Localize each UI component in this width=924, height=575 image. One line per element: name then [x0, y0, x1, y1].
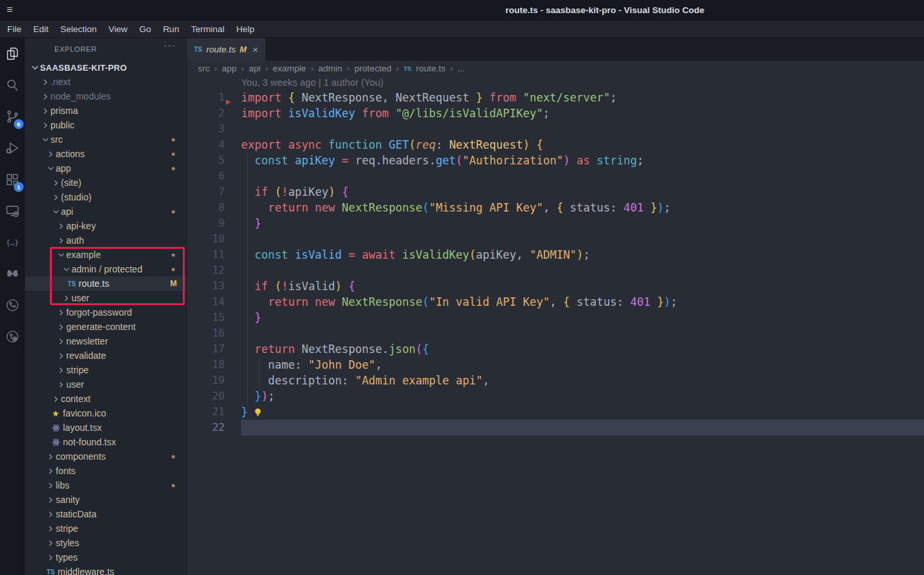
tree-item-api[interactable]: api [25, 204, 186, 219]
tree-item-site[interactable]: (site) [25, 176, 186, 190]
tree-item-actions[interactable]: actions [25, 147, 186, 161]
breadcrumb-protected[interactable]: protected [355, 64, 391, 73]
code-line-5[interactable]: const apiKey = req.headers.get("Authoriz… [241, 153, 924, 168]
tree-item-auth[interactable]: auth [25, 233, 186, 248]
line-number-15[interactable]: 15 [187, 310, 225, 325]
breadcrumb-admin[interactable]: admin [318, 64, 343, 73]
code-line-20[interactable]: }); [241, 388, 924, 404]
tree-item-generate-content[interactable]: generate-content [25, 320, 186, 334]
line-number-19[interactable]: 19 [187, 373, 225, 388]
menu-item-file[interactable]: File [1, 21, 28, 38]
code-line-22[interactable] [241, 420, 924, 436]
line-number-6[interactable]: 6 [187, 168, 225, 184]
run-debug-button[interactable] [0, 132, 25, 164]
line-number-1[interactable]: 1 [187, 90, 225, 105]
line-number-9[interactable]: 9 [187, 215, 225, 231]
code-line-9[interactable]: } [241, 215, 924, 231]
tree-item-admin-protected[interactable]: admin / protected [25, 262, 186, 276]
code-line-3[interactable] [241, 121, 924, 137]
tree-item-context[interactable]: context [25, 392, 186, 406]
tree-item-not-found-tsx[interactable]: not-found.tsx [25, 435, 186, 449]
breadcrumb-more[interactable]: ... [457, 64, 465, 73]
code-line-13[interactable]: if (!isValid) { [241, 278, 924, 294]
menu-item-terminal[interactable]: Terminal [185, 21, 230, 38]
tree-item-route-ts[interactable]: TSroute.tsM [25, 276, 186, 291]
lightbulb-icon[interactable] [253, 405, 263, 421]
explorer-button[interactable] [0, 38, 25, 69]
tab-route-ts[interactable]: TS route.ts M × [187, 38, 265, 61]
tree-item-api-key[interactable]: api-key [25, 219, 186, 233]
menu-item-help[interactable]: Help [230, 21, 260, 38]
code-line-8[interactable]: return new NextResponse("Missing API Key… [241, 200, 924, 215]
code-line-7[interactable]: if (!apiKey) { [241, 184, 924, 200]
breadcrumb-app[interactable]: app [222, 64, 237, 73]
tree-item-middleware-ts[interactable]: TSmiddleware.ts [25, 565, 186, 575]
hamburger-menu-icon[interactable]: ≡ [7, 4, 12, 16]
code-line-18[interactable]: name: "John Doe", [241, 357, 924, 373]
tree-item-stripe[interactable]: stripe [25, 521, 186, 536]
butterfly-extension-button[interactable] [0, 258, 25, 289]
explorer-more-actions[interactable]: ··· [164, 39, 177, 50]
tree-item-newsletter[interactable]: newsletter [25, 334, 186, 348]
code-line-19[interactable]: description: "Admin example api", [241, 373, 924, 388]
code-line-10[interactable] [241, 231, 924, 247]
tree-item-fonts[interactable]: fonts [25, 464, 186, 478]
gitlens-inspect-button[interactable] [0, 321, 25, 352]
code-line-12[interactable] [241, 263, 924, 278]
tree-item-favicon-ico[interactable]: ★favicon.ico [25, 406, 186, 420]
line-number-3[interactable]: 3 [187, 121, 225, 137]
search-button[interactable] [0, 69, 25, 101]
remote-explorer-button[interactable] [0, 195, 25, 227]
line-number-7[interactable]: 7 [187, 184, 225, 200]
line-number-12[interactable]: 12 [187, 263, 225, 278]
breadcrumb-route-ts[interactable]: route.ts [416, 64, 446, 73]
code-line-11[interactable]: const isValid = await isValidKey(apiKey,… [241, 247, 924, 263]
tree-item-layout-tsx[interactable]: layout.tsx [25, 420, 186, 435]
tree-item-src[interactable]: src [25, 132, 186, 147]
menu-item-go[interactable]: Go [134, 21, 157, 38]
tree-item-prisma[interactable]: prisma [25, 103, 186, 118]
tree-item-user[interactable]: user [25, 377, 186, 392]
tree-item-app[interactable]: app [25, 161, 186, 176]
menu-item-view[interactable]: View [103, 21, 134, 38]
tree-item-staticdata[interactable]: staticData [25, 507, 186, 521]
tree-item-user[interactable]: user [25, 291, 186, 305]
source-control-button[interactable]: 6 [0, 101, 25, 132]
breadcrumb-src[interactable]: src [198, 64, 210, 73]
tree-item-components[interactable]: components [25, 449, 186, 464]
code-line-17[interactable]: return NextResponse.json({ [241, 341, 924, 357]
tree-item-stripe[interactable]: stripe [25, 363, 186, 377]
line-number-4[interactable]: 4 [187, 137, 225, 153]
line-number-17[interactable]: 17 [187, 341, 225, 357]
tab-close-icon[interactable]: × [252, 45, 258, 54]
menu-item-selection[interactable]: Selection [54, 21, 103, 38]
line-number-10[interactable]: 10 [187, 231, 225, 247]
tree-item-next[interactable]: .next [25, 75, 186, 89]
tree-item-studio[interactable]: (studio) [25, 190, 186, 204]
tree-item-types[interactable]: types [25, 550, 186, 565]
tree-item-sanity[interactable]: sanity [25, 492, 186, 507]
line-number-8[interactable]: 8 [187, 200, 225, 215]
tree-item-libs[interactable]: libs [25, 478, 186, 492]
extensions-button[interactable]: 1 [0, 164, 25, 195]
tree-root-saasbase-kit-pro[interactable]: SAASBASE-KIT-PRO [25, 60, 186, 75]
line-number-11[interactable]: 11 [187, 247, 225, 263]
line-number-16[interactable]: 16 [187, 325, 225, 341]
line-number-21[interactable]: 21 [187, 404, 225, 420]
line-number-20[interactable]: 20 [187, 388, 225, 404]
braces-extension-button[interactable]: {…} [0, 227, 25, 258]
line-number-18[interactable]: 18 [187, 357, 225, 373]
code-line-16[interactable] [241, 325, 924, 341]
code-line-14[interactable]: return new NextResponse("In valid API Ke… [241, 294, 924, 310]
line-number-22[interactable]: 22 [187, 420, 225, 436]
breadcrumb-api[interactable]: api [249, 64, 261, 73]
code-line-6[interactable] [241, 168, 924, 184]
tree-item-node-modules[interactable]: node_modules [25, 89, 186, 103]
tree-item-styles[interactable]: styles [25, 536, 186, 550]
gitlens-button[interactable] [0, 289, 25, 321]
code-line-15[interactable]: } [241, 310, 924, 325]
line-number-5[interactable]: 5 [187, 153, 225, 168]
code-line-1[interactable]: import { NextResponse, NextRequest } fro… [241, 90, 924, 105]
menu-item-run[interactable]: Run [157, 21, 185, 38]
line-number-2[interactable]: 2 [187, 105, 225, 121]
